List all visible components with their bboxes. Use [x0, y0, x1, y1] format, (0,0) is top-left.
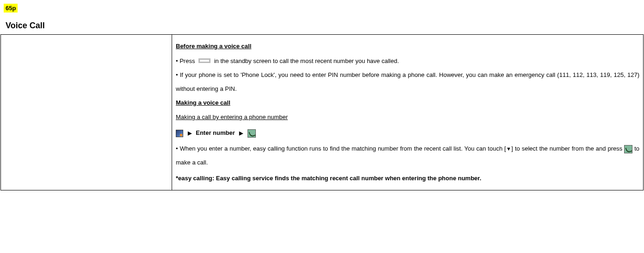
bullet1-suffix: in the standby screen to call the most r… [214, 57, 399, 64]
key-button-icon [198, 58, 211, 63]
bullet1-prefix: • Press [176, 57, 195, 64]
bullet3-prefix: • When you enter a number, easy calling … [176, 145, 506, 152]
step-sequence: ▶ Enter number ▶ [176, 126, 639, 140]
page-badge: 65p [4, 4, 18, 13]
sub-header-entering: Making a call by entering a phone number [176, 110, 288, 124]
footnote-easy-calling: *easy calling: Easy calling service find… [176, 171, 639, 185]
content-table: Before making a voice call • Press in th… [0, 34, 644, 190]
arrow-icon: ▶ [188, 130, 192, 136]
arrow-icon: ▶ [239, 130, 243, 136]
bullet-phone-lock: • If your phone is set to 'Phone Lock', … [176, 68, 639, 96]
content-cell: Before making a voice call • Press in th… [172, 35, 644, 190]
step-enter-number: Enter number [196, 129, 235, 136]
section-header-making: Making a voice call [176, 96, 230, 110]
down-triangle-icon: ▼ [506, 146, 512, 152]
page-title: Voice Call [6, 21, 644, 31]
phone-app-icon [176, 130, 183, 137]
left-image-cell [1, 35, 172, 190]
section-header-before: Before making a voice call [176, 39, 251, 53]
call-icon [248, 129, 256, 138]
call-icon [624, 145, 632, 153]
bullet-press-key: • Press in the standby screen to call th… [176, 54, 639, 68]
bullet3-mid: ] to select the number from the and pres… [511, 145, 622, 152]
bullet-easy-calling: • When you enter a number, easy calling … [176, 142, 639, 170]
